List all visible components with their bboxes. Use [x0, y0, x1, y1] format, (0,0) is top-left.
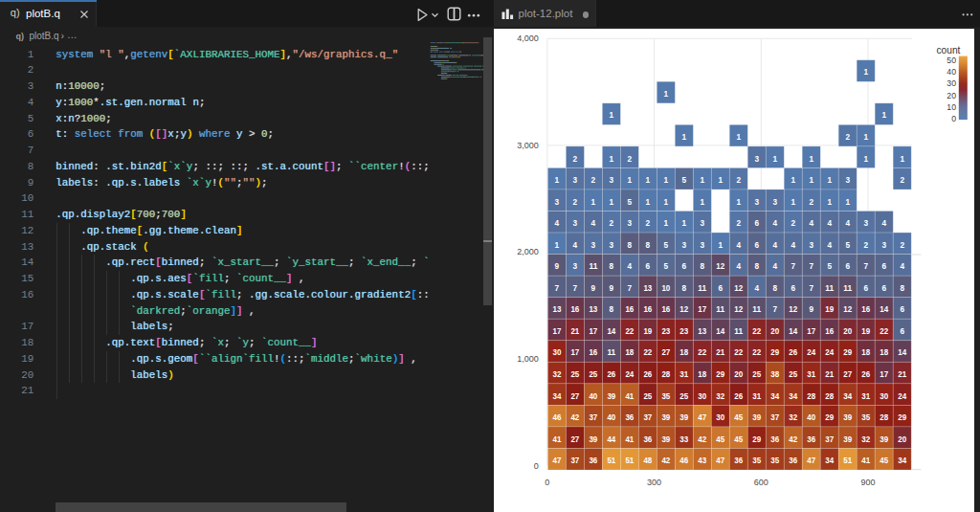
- svg-text:13: 13: [643, 282, 652, 293]
- svg-text:51: 51: [843, 455, 852, 465]
- svg-text:21: 21: [570, 325, 579, 336]
- svg-text:16: 16: [589, 346, 597, 357]
- svg-text:26: 26: [643, 368, 652, 379]
- svg-text:1,000: 1,000: [517, 354, 539, 364]
- svg-text:28: 28: [880, 412, 888, 422]
- svg-text:7: 7: [554, 282, 559, 293]
- svg-text:14: 14: [789, 325, 798, 336]
- svg-text:300: 300: [647, 478, 661, 487]
- svg-text:14: 14: [607, 325, 616, 336]
- svg-text:3: 3: [754, 196, 759, 207]
- svg-text:47: 47: [807, 455, 815, 465]
- svg-text:11: 11: [843, 282, 852, 293]
- svg-text:4,000: 4,000: [517, 33, 539, 43]
- svg-text:4: 4: [772, 217, 777, 228]
- svg-text:16: 16: [570, 303, 579, 314]
- svg-text:11: 11: [698, 282, 706, 293]
- svg-text:2: 2: [863, 239, 868, 250]
- svg-text:24: 24: [625, 368, 635, 379]
- svg-text:3: 3: [572, 260, 577, 271]
- svg-text:7: 7: [791, 260, 795, 271]
- svg-text:46: 46: [552, 412, 561, 422]
- svg-text:6: 6: [881, 260, 886, 271]
- svg-text:17: 17: [698, 303, 706, 314]
- svg-text:3: 3: [609, 174, 613, 185]
- svg-text:48: 48: [643, 455, 652, 465]
- svg-text:3: 3: [809, 239, 813, 250]
- svg-text:4: 4: [554, 217, 559, 228]
- svg-text:5: 5: [827, 260, 832, 271]
- svg-text:22: 22: [734, 346, 743, 357]
- svg-text:25: 25: [789, 368, 797, 379]
- svg-text:43: 43: [698, 455, 706, 465]
- svg-text:4: 4: [900, 260, 904, 271]
- svg-text:24: 24: [807, 346, 816, 357]
- svg-text:6: 6: [754, 217, 759, 228]
- svg-text:3: 3: [863, 217, 868, 228]
- svg-text:8: 8: [772, 282, 777, 293]
- svg-text:36: 36: [770, 434, 779, 444]
- svg-text:900: 900: [860, 478, 875, 487]
- svg-text:41: 41: [552, 434, 561, 444]
- svg-text:28: 28: [661, 368, 670, 379]
- svg-text:19: 19: [861, 325, 870, 336]
- svg-text:31: 31: [679, 368, 688, 379]
- svg-text:36: 36: [643, 434, 652, 444]
- svg-text:2,000: 2,000: [517, 247, 539, 256]
- svg-text:7: 7: [809, 282, 813, 293]
- svg-text:3: 3: [700, 217, 704, 228]
- svg-text:4: 4: [827, 239, 832, 250]
- svg-text:1: 1: [809, 174, 813, 185]
- svg-text:6: 6: [845, 260, 850, 271]
- svg-text:1: 1: [827, 174, 832, 185]
- svg-text:34: 34: [770, 390, 780, 401]
- svg-text:27: 27: [570, 434, 579, 444]
- svg-text:1: 1: [845, 196, 850, 207]
- svg-text:20: 20: [947, 91, 956, 100]
- svg-text:9: 9: [809, 303, 813, 314]
- svg-text:1: 1: [663, 196, 668, 207]
- svg-text:2: 2: [809, 196, 813, 207]
- svg-text:6: 6: [645, 260, 650, 271]
- svg-text:40: 40: [589, 390, 597, 401]
- svg-text:6: 6: [718, 282, 723, 293]
- svg-text:1: 1: [609, 196, 613, 207]
- svg-text:6: 6: [754, 239, 759, 250]
- svg-text:2: 2: [627, 153, 632, 164]
- svg-text:11: 11: [716, 303, 724, 314]
- svg-text:8: 8: [609, 303, 613, 314]
- svg-text:3: 3: [627, 217, 632, 228]
- svg-text:4: 4: [627, 260, 632, 271]
- svg-text:3: 3: [572, 217, 577, 228]
- svg-text:39: 39: [880, 434, 888, 444]
- svg-text:1: 1: [900, 153, 904, 164]
- svg-text:29: 29: [716, 368, 724, 379]
- svg-text:1: 1: [645, 196, 650, 207]
- svg-text:1: 1: [627, 174, 632, 185]
- svg-text:50: 50: [947, 56, 956, 65]
- svg-text:11: 11: [589, 260, 597, 271]
- svg-text:12: 12: [716, 260, 724, 271]
- svg-text:25: 25: [589, 368, 597, 379]
- svg-text:31: 31: [807, 368, 815, 379]
- svg-text:2: 2: [572, 153, 577, 164]
- svg-text:37: 37: [570, 455, 579, 465]
- svg-text:20: 20: [734, 368, 743, 379]
- svg-text:12: 12: [734, 303, 743, 314]
- svg-text:44: 44: [607, 434, 616, 444]
- svg-text:4: 4: [736, 260, 741, 271]
- svg-text:37: 37: [589, 412, 597, 422]
- svg-text:10: 10: [947, 102, 956, 112]
- svg-text:1: 1: [681, 131, 686, 142]
- svg-text:1: 1: [881, 109, 886, 120]
- svg-text:1: 1: [772, 153, 777, 164]
- svg-text:22: 22: [880, 325, 888, 336]
- svg-text:4: 4: [754, 282, 759, 293]
- svg-text:34: 34: [898, 455, 907, 465]
- svg-text:41: 41: [625, 434, 634, 444]
- svg-text:29: 29: [752, 434, 761, 444]
- svg-text:0: 0: [951, 114, 956, 123]
- svg-text:28: 28: [825, 390, 834, 401]
- svg-text:12: 12: [789, 303, 797, 314]
- svg-text:8: 8: [645, 239, 650, 250]
